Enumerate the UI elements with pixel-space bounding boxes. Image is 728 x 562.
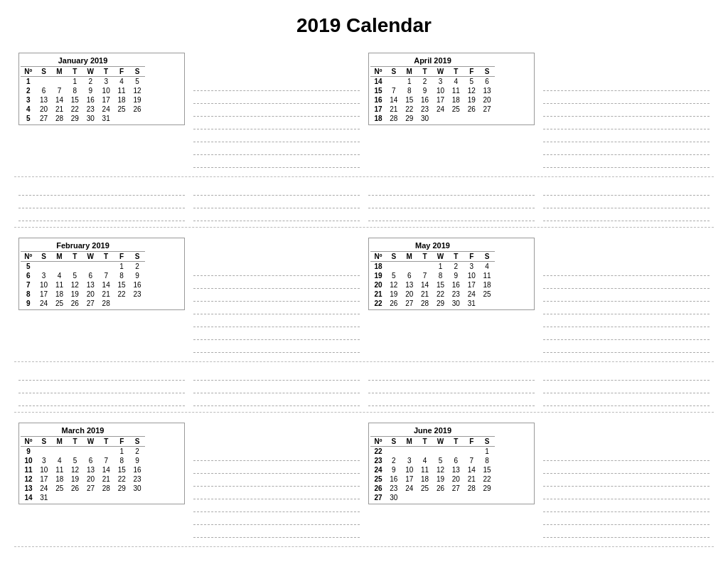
notes-line[interactable] (368, 395, 535, 406)
calendar-table: June 2019NºSMTWTFS2212323456782491011121… (370, 425, 495, 502)
notes-line[interactable] (543, 462, 710, 474)
notes-line[interactable] (193, 488, 360, 499)
calendar-table: March 2019NºSMTWTFS912103456789111011121… (21, 425, 145, 502)
notes-cell-2-1 (539, 420, 714, 542)
notes-line[interactable] (368, 210, 535, 221)
notes-line[interactable] (193, 144, 360, 155)
notes-line[interactable] (543, 475, 710, 487)
notes-line[interactable] (543, 341, 710, 353)
notes-line[interactable] (368, 369, 535, 381)
row-group-0: January 2019NºSMTWTFS1123452678910111231… (14, 50, 714, 228)
notes-line[interactable] (543, 554, 710, 562)
notes-line[interactable] (193, 316, 360, 327)
notes-line[interactable] (543, 329, 710, 340)
calendar-cell-1-0: February 2019NºSMTWTFS512634567897101112… (14, 235, 189, 313)
notes-line[interactable] (543, 118, 710, 129)
notes-line[interactable] (368, 382, 535, 393)
notes-line[interactable] (193, 92, 360, 104)
notes-line[interactable] (193, 105, 360, 117)
notes-line[interactable] (543, 277, 710, 289)
notes-cell-2-0 (189, 420, 364, 542)
notes-line[interactable] (193, 501, 360, 512)
notes-line[interactable] (543, 526, 710, 538)
notes-line[interactable] (18, 395, 185, 406)
notes-line[interactable] (543, 131, 710, 142)
calendar-table: January 2019NºSMTWTFS1123452678910111231… (21, 55, 145, 123)
extra-notes-2-0 (14, 550, 189, 562)
calendar-table: May 2019NºSMTWTFS18123419567891011201213… (370, 240, 495, 308)
notes-line[interactable] (193, 184, 360, 196)
extra-notes-1-1 (189, 365, 364, 409)
notes-line[interactable] (543, 303, 710, 314)
notes-line[interactable] (18, 382, 185, 393)
notes-line[interactable] (543, 210, 710, 221)
notes-line[interactable] (193, 131, 360, 142)
notes-line[interactable] (368, 554, 535, 562)
notes-line[interactable] (543, 197, 710, 208)
calendar-cell-2-0: March 2019NºSMTWTFS912103456789111011121… (14, 420, 189, 507)
page-title: 2019 Calendar (14, 14, 714, 37)
notes-line[interactable] (193, 290, 360, 302)
notes-line[interactable] (543, 395, 710, 406)
notes-line[interactable] (193, 369, 360, 381)
notes-line[interactable] (193, 526, 360, 538)
notes-line[interactable] (368, 184, 535, 196)
extra-notes-0-1 (189, 180, 364, 224)
notes-line[interactable] (543, 105, 710, 117)
calendar-table: April 2019NºSMTWTFS141234561578910111213… (370, 55, 495, 123)
notes-line[interactable] (543, 316, 710, 327)
notes-line[interactable] (543, 514, 710, 525)
notes-line[interactable] (543, 450, 710, 461)
notes-line[interactable] (193, 303, 360, 314)
notes-line[interactable] (193, 450, 360, 461)
calendar-cell-0-0: January 2019NºSMTWTFS1123452678910111231… (14, 50, 189, 128)
notes-line[interactable] (543, 80, 710, 91)
notes-line[interactable] (193, 341, 360, 353)
row-group-2: March 2019NºSMTWTFS912103456789111011121… (14, 420, 714, 562)
notes-line[interactable] (543, 290, 710, 302)
notes-line[interactable] (543, 501, 710, 512)
calendar-cell-0-1: April 2019NºSMTWTFS141234561578910111213… (364, 50, 539, 128)
notes-line[interactable] (543, 144, 710, 155)
extra-notes-1-2 (364, 365, 539, 409)
notes-cell-1-0 (189, 235, 364, 357)
notes-line[interactable] (193, 514, 360, 525)
notes-line[interactable] (18, 369, 185, 381)
notes-line[interactable] (543, 157, 710, 168)
notes-line[interactable] (18, 210, 185, 221)
notes-cell-0-0 (189, 50, 364, 172)
calendar-cell-1-1: May 2019NºSMTWTFS18123419567891011201213… (364, 235, 539, 313)
notes-line[interactable] (193, 265, 360, 276)
notes-line[interactable] (543, 488, 710, 499)
notes-line[interactable] (193, 395, 360, 406)
notes-line[interactable] (193, 210, 360, 221)
extra-notes-2-1 (189, 550, 364, 562)
calendar-table: February 2019NºSMTWTFS512634567897101112… (21, 240, 145, 308)
notes-line[interactable] (18, 554, 185, 562)
notes-line[interactable] (193, 157, 360, 168)
notes-line[interactable] (193, 80, 360, 91)
notes-line[interactable] (193, 462, 360, 474)
notes-line[interactable] (193, 554, 360, 562)
notes-line[interactable] (543, 184, 710, 196)
notes-line[interactable] (543, 265, 710, 276)
notes-cell-1-1 (539, 235, 714, 357)
notes-line[interactable] (193, 277, 360, 289)
notes-line[interactable] (193, 118, 360, 129)
row-group-1: February 2019NºSMTWTFS512634567897101112… (14, 235, 714, 413)
notes-line[interactable] (368, 197, 535, 208)
extra-notes-2-2 (364, 550, 539, 562)
notes-line[interactable] (543, 382, 710, 393)
notes-line[interactable] (193, 197, 360, 208)
notes-cell-0-1 (539, 50, 714, 172)
extra-notes-0-2 (364, 180, 539, 224)
notes-line[interactable] (543, 369, 710, 381)
notes-line[interactable] (18, 197, 185, 208)
extra-notes-0-3 (539, 180, 714, 224)
notes-line[interactable] (543, 92, 710, 104)
extra-notes-1-0 (14, 365, 189, 409)
notes-line[interactable] (193, 329, 360, 340)
notes-line[interactable] (18, 184, 185, 196)
notes-line[interactable] (193, 475, 360, 487)
notes-line[interactable] (193, 382, 360, 393)
